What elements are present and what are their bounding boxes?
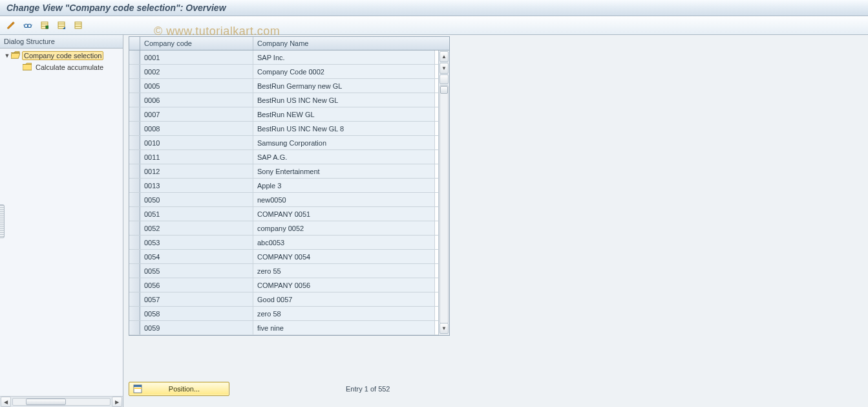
table-row[interactable]: 0002Company Code 0002: [129, 65, 438, 79]
row-selector[interactable]: [129, 164, 140, 178]
row-selector[interactable]: [129, 236, 140, 249]
sidebar-horizontal-scrollbar[interactable]: ◀ ▶: [0, 396, 123, 407]
table-row[interactable]: 0059five nine: [129, 321, 438, 335]
cell-company-code[interactable]: 0010: [140, 136, 253, 149]
table-row[interactable]: 0054COMPANY 0054: [129, 250, 438, 264]
cell-company-code[interactable]: 0002: [140, 65, 253, 78]
row-selector[interactable]: [129, 107, 140, 121]
cell-company-code[interactable]: 0012: [140, 164, 253, 178]
cell-company-name[interactable]: Samsung Corporation: [253, 136, 435, 149]
scroll-line-up-button[interactable]: ▲: [439, 51, 449, 62]
cell-company-name[interactable]: company 0052: [253, 221, 435, 235]
other-view-button[interactable]: [21, 18, 35, 32]
cell-company-code[interactable]: 0007: [140, 107, 253, 121]
row-selector[interactable]: [129, 321, 140, 335]
row-selector[interactable]: [129, 264, 140, 278]
row-selector[interactable]: [129, 278, 140, 292]
cell-company-code[interactable]: 0051: [140, 207, 253, 221]
table-row[interactable]: 0007BestRun NEW GL: [129, 107, 438, 122]
cell-company-name[interactable]: Sony Entertainment: [253, 164, 435, 178]
cell-company-code[interactable]: 0013: [140, 179, 253, 192]
splitter-handle[interactable]: [0, 204, 5, 238]
cell-company-name[interactable]: COMPANY 0056: [253, 278, 435, 292]
table-row[interactable]: 0057Good 0057: [129, 292, 438, 307]
row-selector[interactable]: [129, 179, 140, 192]
cell-company-name[interactable]: COMPANY 0051: [253, 207, 435, 221]
row-selector[interactable]: [129, 207, 140, 221]
table-row[interactable]: 0050new0050: [129, 193, 438, 207]
scroll-thumb[interactable]: [26, 399, 66, 405]
scroll-vthumb[interactable]: [440, 86, 448, 94]
cell-company-code[interactable]: 0005: [140, 79, 253, 93]
column-company-name[interactable]: Company Name: [253, 37, 434, 50]
column-company-code[interactable]: Company code: [140, 37, 253, 50]
select-all-button[interactable]: [54, 18, 69, 32]
scroll-marker[interactable]: [439, 74, 449, 84]
table-row[interactable]: 0006BestRun US INC New GL: [129, 93, 438, 107]
table-row[interactable]: 0013Apple 3: [129, 179, 438, 193]
cell-company-name[interactable]: Company Code 0002: [253, 65, 435, 78]
row-selector[interactable]: [129, 93, 140, 107]
cell-company-name[interactable]: Apple 3: [253, 179, 435, 192]
cell-company-code[interactable]: 0006: [140, 93, 253, 107]
change-display-button[interactable]: [4, 18, 18, 32]
delimit-button[interactable]: [37, 18, 52, 32]
table-row[interactable]: 0010Samsung Corporation: [129, 136, 438, 150]
cell-company-code[interactable]: 0054: [140, 250, 253, 263]
cell-company-name[interactable]: Good 0057: [253, 292, 435, 306]
cell-company-code[interactable]: 0053: [140, 236, 253, 249]
position-button[interactable]: Position...: [129, 382, 229, 396]
cell-company-name[interactable]: BestRun NEW GL: [253, 107, 435, 121]
cell-company-name[interactable]: zero 58: [253, 307, 435, 320]
cell-company-code[interactable]: 0001: [140, 50, 253, 64]
scroll-track[interactable]: [12, 398, 111, 406]
table-row[interactable]: 0001SAP Inc.: [129, 50, 438, 65]
row-selector[interactable]: [129, 150, 140, 164]
cell-company-code[interactable]: 0058: [140, 307, 253, 320]
cell-company-code[interactable]: 0059: [140, 321, 253, 335]
scroll-page-up-button[interactable]: ▼: [439, 63, 449, 74]
scroll-line-down-button[interactable]: ▼: [439, 323, 449, 334]
table-row[interactable]: 0051COMPANY 0051: [129, 207, 438, 221]
table-row[interactable]: 0012Sony Entertainment: [129, 164, 438, 179]
table-row[interactable]: 0008BestRun US INC New GL 8: [129, 122, 438, 136]
row-selector[interactable]: [129, 50, 140, 64]
deselect-all-button[interactable]: [71, 18, 85, 32]
table-row[interactable]: 0055zero 55: [129, 264, 438, 278]
row-selector[interactable]: [129, 136, 140, 149]
scroll-right-button[interactable]: ▶: [112, 397, 122, 407]
row-selector[interactable]: [129, 65, 140, 78]
table-row[interactable]: 0011SAP A.G.: [129, 150, 438, 164]
cell-company-name[interactable]: BestRun Germany new GL: [253, 79, 435, 93]
cell-company-name[interactable]: SAP Inc.: [253, 50, 435, 64]
table-row[interactable]: 0058zero 58: [129, 307, 438, 321]
cell-company-code[interactable]: 0057: [140, 292, 253, 306]
scroll-left-button[interactable]: ◀: [1, 397, 11, 407]
cell-company-name[interactable]: SAP A.G.: [253, 150, 435, 164]
row-selector[interactable]: [129, 292, 140, 306]
cell-company-name[interactable]: zero 55: [253, 264, 435, 278]
table-row[interactable]: 0052company 0052: [129, 221, 438, 236]
scroll-vtrack[interactable]: [439, 85, 449, 324]
cell-company-code[interactable]: 0008: [140, 122, 253, 135]
tree-item[interactable]: ▼Company code selection: [0, 50, 123, 61]
table-row[interactable]: 0056COMPANY 0056: [129, 278, 438, 292]
tree-toggle-icon[interactable]: ▼: [4, 52, 10, 59]
cell-company-name[interactable]: COMPANY 0054: [253, 250, 435, 263]
cell-company-code[interactable]: 0052: [140, 221, 253, 235]
row-selector[interactable]: [129, 122, 140, 135]
grid-header-selector[interactable]: [129, 37, 140, 50]
tree-item[interactable]: Calculate accumulate: [0, 61, 123, 73]
row-selector[interactable]: [129, 193, 140, 206]
cell-company-code[interactable]: 0050: [140, 193, 253, 206]
table-row[interactable]: 0005BestRun Germany new GL: [129, 79, 438, 93]
row-selector[interactable]: [129, 221, 140, 235]
cell-company-name[interactable]: five nine: [253, 321, 435, 335]
cell-company-name[interactable]: abc0053: [253, 236, 435, 249]
cell-company-code[interactable]: 0056: [140, 278, 253, 292]
cell-company-name[interactable]: new0050: [253, 193, 435, 206]
cell-company-name[interactable]: BestRun US INC New GL 8: [253, 122, 435, 135]
table-row[interactable]: 0053abc0053: [129, 236, 438, 250]
row-selector[interactable]: [129, 250, 140, 263]
cell-company-code[interactable]: 0055: [140, 264, 253, 278]
